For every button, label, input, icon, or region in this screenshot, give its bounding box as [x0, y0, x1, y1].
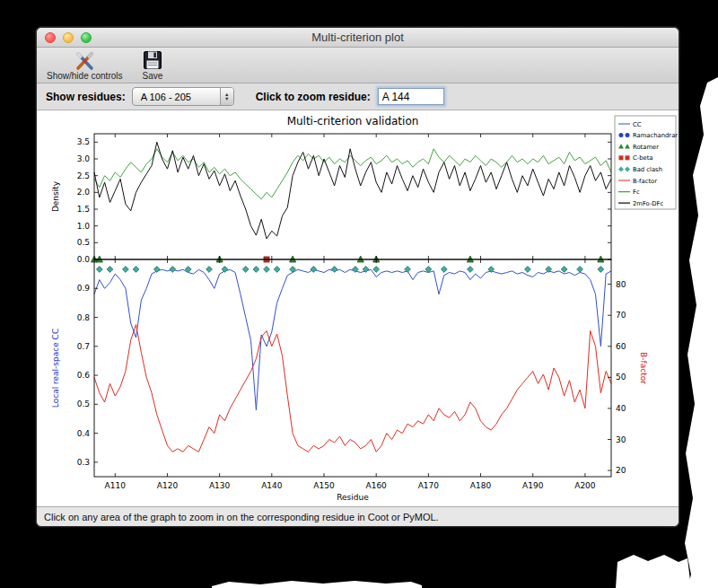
- svg-text:50: 50: [616, 373, 626, 382]
- app-window: Multi-criterion plot Show/hide controls: [36, 27, 679, 527]
- svg-text:A140: A140: [261, 481, 283, 490]
- svg-text:1.5: 1.5: [77, 205, 90, 214]
- svg-text:40: 40: [616, 404, 626, 413]
- plot-area[interactable]: Multi-criterion validation0.00.51.01.52.…: [37, 110, 679, 506]
- svg-text:60: 60: [616, 342, 626, 351]
- residue-range-select[interactable]: A 106 - 205 ▲▼: [132, 87, 234, 106]
- svg-text:Local real-space CC: Local real-space CC: [51, 329, 60, 408]
- svg-text:A120: A120: [157, 481, 179, 490]
- svg-text:Fc: Fc: [633, 189, 640, 196]
- tools-icon: [73, 49, 96, 71]
- minimize-button[interactable]: [63, 32, 74, 43]
- traffic-lights: [45, 32, 92, 43]
- svg-text:A150: A150: [313, 481, 335, 490]
- svg-text:A180: A180: [470, 481, 492, 490]
- svg-text:A200: A200: [574, 481, 596, 490]
- close-button[interactable]: [45, 32, 56, 43]
- save-button[interactable]: Save: [140, 48, 166, 82]
- svg-text:70: 70: [616, 311, 626, 320]
- svg-text:1.0: 1.0: [77, 222, 91, 231]
- svg-text:0.8: 0.8: [77, 313, 91, 322]
- stepper-arrows-icon: ▲▼: [220, 88, 233, 105]
- svg-text:0.4: 0.4: [77, 429, 91, 438]
- svg-text:A130: A130: [209, 481, 231, 490]
- svg-text:0.3: 0.3: [77, 458, 90, 467]
- status-bar: Click on any area of the graph to zoom i…: [37, 506, 679, 526]
- svg-text:B-factor: B-factor: [639, 352, 648, 384]
- svg-text:Ramachandran: Ramachandran: [633, 132, 678, 139]
- svg-text:A160: A160: [366, 481, 388, 490]
- svg-text:Density: Density: [51, 180, 60, 212]
- svg-text:A190: A190: [522, 481, 544, 490]
- window-title: Multi-criterion plot: [37, 28, 679, 47]
- svg-text:2mFo-DFc: 2mFo-DFc: [633, 200, 663, 207]
- status-text: Click on any area of the graph to zoom i…: [44, 512, 439, 522]
- svg-text:C-beta: C-beta: [633, 154, 653, 162]
- show-residues-label: Show residues:: [46, 91, 126, 103]
- multi-criterion-figure[interactable]: Multi-criterion validation0.00.51.01.52.…: [39, 110, 678, 505]
- svg-text:80: 80: [616, 280, 626, 289]
- show-hide-controls-button[interactable]: Show/hide controls: [44, 48, 126, 82]
- svg-text:0.5: 0.5: [77, 399, 90, 408]
- save-label: Save: [143, 71, 163, 81]
- svg-text:Multi-criterion validation: Multi-criterion validation: [287, 115, 419, 127]
- svg-text:0.9: 0.9: [77, 284, 91, 293]
- svg-text:A170: A170: [418, 481, 440, 490]
- residue-range-value: A 106 - 205: [141, 92, 191, 102]
- svg-text:CC: CC: [633, 121, 642, 128]
- zoom-residue-input[interactable]: [378, 88, 444, 105]
- show-hide-controls-label: Show/hide controls: [47, 71, 123, 81]
- svg-text:20: 20: [616, 466, 626, 475]
- save-icon: [143, 49, 162, 71]
- controls-bar: Show residues: A 106 - 205 ▲▼ Click to z…: [37, 83, 679, 110]
- svg-text:0.0: 0.0: [77, 255, 91, 264]
- svg-text:3.0: 3.0: [77, 154, 91, 163]
- svg-text:2.5: 2.5: [77, 171, 90, 180]
- svg-text:Residue: Residue: [337, 493, 369, 502]
- svg-text:30: 30: [616, 435, 626, 444]
- svg-text:Rotamer: Rotamer: [633, 144, 659, 151]
- svg-text:0.5: 0.5: [77, 238, 90, 247]
- svg-text:A110: A110: [105, 481, 127, 490]
- toolbar: Show/hide controls Save: [37, 48, 679, 83]
- svg-text:B-factor: B-factor: [633, 178, 657, 185]
- zoom-residue-label: Click to zoom residue:: [256, 91, 371, 103]
- svg-text:Bad clash: Bad clash: [633, 166, 662, 173]
- svg-text:2.0: 2.0: [77, 188, 91, 197]
- zoom-button[interactable]: [81, 32, 92, 43]
- svg-text:3.5: 3.5: [77, 137, 90, 146]
- svg-text:0.7: 0.7: [77, 342, 90, 351]
- window-titlebar[interactable]: Multi-criterion plot: [37, 28, 679, 48]
- svg-text:0.6: 0.6: [77, 371, 91, 380]
